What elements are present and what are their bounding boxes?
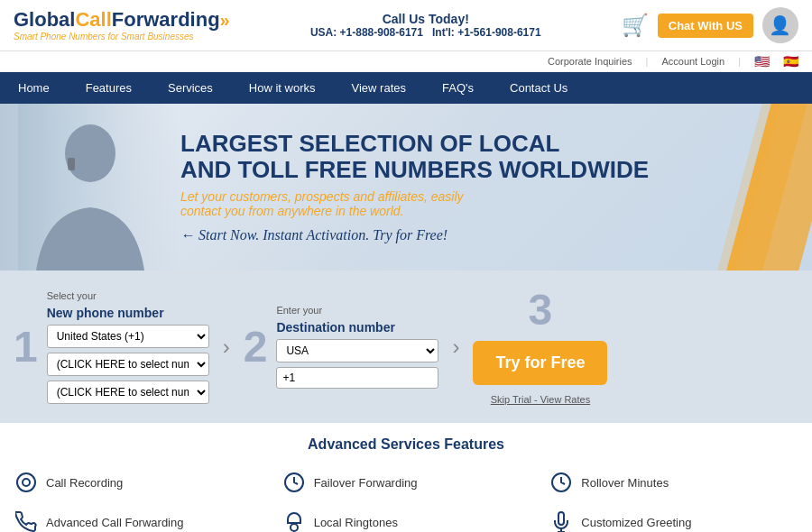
logo-arrows: » bbox=[220, 10, 230, 30]
divider: | bbox=[646, 56, 649, 67]
step-1: 1 Select your New phone number United St… bbox=[14, 290, 209, 404]
call-today-label: Call Us Today! bbox=[310, 12, 541, 26]
step-2: 2 Enter your Destination number USA Cana… bbox=[244, 305, 439, 389]
chat-button[interactable]: Chat With US bbox=[658, 14, 753, 38]
hero-section: LARGEST SELECTION OF LOCAL AND TOLL FREE… bbox=[0, 104, 812, 271]
feature-name-ringtones: Local Ringtones bbox=[314, 516, 398, 529]
secondary-header: Corporate Inquiries | Account Login | 🇺🇸… bbox=[0, 51, 812, 72]
step-2-number: 2 bbox=[244, 326, 268, 369]
logo-tagline: Smart Phone Numbers for Smart Businesses bbox=[14, 32, 230, 41]
svg-point-4 bbox=[23, 479, 30, 486]
step-2-content: Enter your Destination number USA Canada… bbox=[276, 305, 438, 389]
logo-global: Global bbox=[14, 8, 75, 31]
step-3-content: Try for Free Skip Trial - View Rates bbox=[473, 341, 607, 405]
corporate-inquiries-link[interactable]: Corporate Inquiries bbox=[548, 56, 632, 67]
step-arrow-2: › bbox=[452, 335, 459, 360]
try-for-free-button[interactable]: Try for Free bbox=[473, 341, 607, 385]
divider2: | bbox=[738, 56, 741, 67]
svg-rect-2 bbox=[68, 158, 75, 170]
number-select-2[interactable]: (CLICK HERE to select number bbox=[47, 381, 209, 404]
nav-how-it-works[interactable]: How it works bbox=[231, 72, 334, 104]
feature-failover: Failover Forwarding bbox=[281, 466, 531, 499]
step-1-number: 1 bbox=[14, 326, 38, 369]
greeting-icon bbox=[549, 509, 574, 532]
destination-number-input[interactable] bbox=[276, 367, 438, 389]
cart-icon[interactable]: 🛒 bbox=[622, 13, 649, 38]
hero-person-image bbox=[0, 104, 180, 271]
features-grid: Call Recording Failover Forwarding Rollo… bbox=[14, 466, 798, 532]
step-2-label-main: Destination number bbox=[276, 320, 438, 335]
nav-view-rates[interactable]: View rates bbox=[334, 72, 424, 104]
header-right: 🛒 Chat With US 👤 bbox=[622, 7, 798, 43]
feature-ringtones: Local Ringtones bbox=[281, 506, 531, 532]
ringtones-icon bbox=[281, 509, 307, 532]
feature-rollover: Rollover Minutes bbox=[549, 466, 798, 499]
phone-forward-icon bbox=[14, 509, 39, 532]
nav-home[interactable]: Home bbox=[0, 72, 68, 104]
account-login-link[interactable]: Account Login bbox=[661, 56, 724, 67]
number-select-1[interactable]: (CLICK HERE to select number bbox=[47, 353, 209, 376]
nav-features[interactable]: Features bbox=[68, 72, 150, 104]
nav-contact-us[interactable]: Contact Us bbox=[492, 72, 586, 104]
feature-name-call-recording: Call Recording bbox=[46, 476, 123, 490]
steps-section: 1 Select your New phone number United St… bbox=[0, 271, 812, 423]
rollover-icon bbox=[549, 470, 574, 495]
usa-phone: +1-888-908-6171 bbox=[340, 26, 423, 39]
logo-forwarding: Forwarding bbox=[112, 8, 220, 31]
step-2-label-small: Enter your bbox=[276, 305, 438, 316]
top-header: GlobalCallForwarding» Smart Phone Number… bbox=[0, 0, 812, 51]
avatar: 👤 bbox=[762, 7, 798, 43]
nav-services[interactable]: Services bbox=[150, 72, 231, 104]
step-1-label-small: Select your bbox=[47, 290, 209, 301]
header-phone-info: Call Us Today! USA: +1-888-908-6171 Int'… bbox=[310, 12, 541, 39]
phone-record-icon bbox=[14, 470, 39, 495]
logo-call: Call bbox=[75, 8, 111, 31]
country-select[interactable]: United States (+1) Canada (+1) United Ki… bbox=[47, 325, 209, 348]
svg-point-7 bbox=[291, 524, 298, 531]
intl-phone: +1-561-908-6171 bbox=[457, 26, 540, 39]
main-nav: Home Features Services How it works View… bbox=[0, 72, 812, 104]
feature-name-failover: Failover Forwarding bbox=[314, 476, 418, 490]
usa-label: USA: bbox=[310, 26, 337, 39]
feature-name-rollover: Rollover Minutes bbox=[581, 476, 669, 490]
feature-name-advanced-forwarding: Advanced Call Forwarding bbox=[46, 516, 183, 529]
features-title: Advanced Services Features bbox=[14, 436, 798, 453]
features-section: Advanced Services Features Call Recordin… bbox=[0, 423, 812, 532]
flag-es-icon[interactable]: 🇪🇸 bbox=[783, 54, 798, 69]
hero-arrow-decoration bbox=[677, 104, 812, 271]
intl-label: Int'l: bbox=[432, 26, 455, 39]
svg-point-1 bbox=[65, 124, 115, 182]
feature-greeting: Customized Greeting bbox=[549, 506, 798, 532]
feature-call-recording: Call Recording bbox=[14, 466, 263, 499]
step-1-content: Select your New phone number United Stat… bbox=[47, 290, 209, 404]
failover-icon bbox=[281, 470, 307, 495]
feature-advanced-forwarding: Advanced Call Forwarding bbox=[14, 506, 263, 532]
feature-name-greeting: Customized Greeting bbox=[581, 516, 691, 529]
step-1-label-main: New phone number bbox=[47, 306, 209, 320]
phone-numbers: USA: +1-888-908-6171 Int'l: +1-561-908-6… bbox=[310, 26, 541, 39]
step-3: 3 Try for Free Skip Trial - View Rates bbox=[473, 289, 607, 405]
svg-point-3 bbox=[17, 473, 35, 491]
step-arrow-1: › bbox=[223, 335, 230, 360]
nav-faqs[interactable]: FAQ's bbox=[424, 72, 492, 104]
destination-country-select[interactable]: USA Canada United Kingdom bbox=[276, 339, 438, 362]
step-3-number: 3 bbox=[529, 289, 553, 332]
logo[interactable]: GlobalCallForwarding» Smart Phone Number… bbox=[14, 9, 230, 41]
flag-us-icon[interactable]: 🇺🇸 bbox=[754, 54, 770, 69]
skip-trial-link[interactable]: Skip Trial - View Rates bbox=[473, 394, 607, 405]
